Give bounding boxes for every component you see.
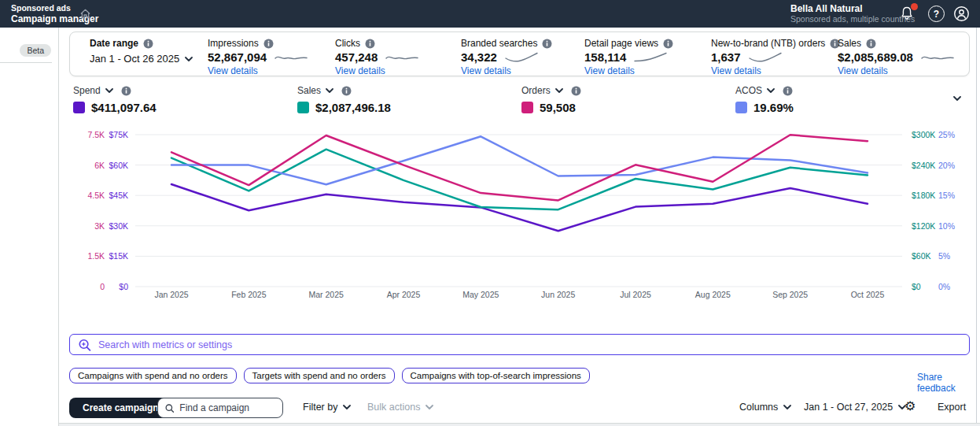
chevron-down-icon <box>185 57 193 61</box>
user-profile-icon[interactable] <box>953 6 970 22</box>
selected-metric-value: $411,097.64 <box>91 101 157 114</box>
axis-tick: $30K <box>89 221 128 231</box>
x-axis-month-label: May 2025 <box>453 290 508 299</box>
metric-dropdown-label: Sales <box>297 85 321 96</box>
x-axis-month-label: Aug 2025 <box>685 290 740 299</box>
sidebar-divider <box>0 62 52 63</box>
chevron-down-icon <box>326 88 333 93</box>
info-icon[interactable] <box>542 39 552 49</box>
find-campaign-searchbox[interactable] <box>157 398 283 418</box>
info-icon[interactable] <box>663 39 673 49</box>
collapse-chart-chevron-icon[interactable] <box>953 96 961 101</box>
selected-metric-value: 19.69% <box>753 101 794 114</box>
bulk-actions-dropdown[interactable]: Bulk actions <box>367 402 433 413</box>
metrics-search-input[interactable] <box>98 339 961 350</box>
metric-dropdown[interactable]: Spend <box>73 85 157 96</box>
sparkline <box>921 51 954 64</box>
chart-metric-selector: Sales $2,087,496.18 <box>297 85 391 114</box>
view-details-link[interactable]: View details <box>711 65 761 76</box>
info-icon[interactable] <box>341 86 352 96</box>
account-name: Bella All Natural <box>790 3 915 14</box>
chevron-down-icon <box>426 405 433 409</box>
info-icon[interactable] <box>365 39 375 49</box>
series-line-spend <box>171 184 868 231</box>
filter-by-dropdown[interactable]: Filter by <box>303 402 351 413</box>
export-button[interactable]: Export <box>938 402 966 413</box>
x-axis-month-label: Apr 2025 <box>376 290 431 299</box>
chart-metric-selector-row: Spend $411,097.64 Sales $2,087,496.18 Or… <box>0 85 980 118</box>
metric-label: New-to-brand (NTB) orders <box>711 38 825 49</box>
series-color-swatch <box>297 102 309 113</box>
series-color-swatch <box>521 102 533 113</box>
x-axis-month-label: Jan 2025 <box>144 290 199 299</box>
search-icon <box>165 403 174 413</box>
account-subtitle: Sponsored ads, multiple countries <box>790 14 915 24</box>
view-details-link[interactable]: View details <box>335 65 385 76</box>
metric-label: Detail page views <box>584 38 658 49</box>
table-date-range-dropdown[interactable]: Jan 1 - Oct 27, 2025 <box>804 402 906 413</box>
info-icon[interactable] <box>263 39 274 49</box>
info-icon[interactable] <box>143 39 153 49</box>
axis-tick: 15% <box>938 191 970 200</box>
view-details-link[interactable]: View details <box>584 65 635 76</box>
chevron-down-icon <box>783 405 791 409</box>
series-line-orders <box>171 135 868 200</box>
chart-metric-selector: ACOS 19.69% <box>735 85 794 114</box>
sparkline <box>505 51 538 64</box>
info-icon[interactable] <box>783 86 793 96</box>
axis-tick: 20% <box>938 161 970 170</box>
chevron-down-icon <box>343 405 351 409</box>
x-axis-month-label: Mar 2025 <box>299 290 354 299</box>
x-axis-month-label: Jul 2025 <box>608 290 663 299</box>
notifications-bell-icon[interactable] <box>899 6 916 22</box>
view-details-link[interactable]: View details <box>838 65 888 76</box>
metric-label: Impressions <box>208 38 259 49</box>
quick-filter-chip[interactable]: Campaigns with spend and no orders <box>69 368 237 383</box>
metrics-search-bar[interactable] <box>69 334 970 355</box>
home-icon[interactable] <box>79 8 91 20</box>
x-axis-month-label: Oct 2025 <box>840 290 895 299</box>
help-icon[interactable]: ? <box>928 6 945 22</box>
axis-tick: 0% <box>938 282 970 291</box>
info-icon[interactable] <box>121 86 131 96</box>
axis-tick: $60K <box>89 161 128 170</box>
share-feedback-link[interactable]: Share feedback <box>917 372 980 394</box>
view-details-link[interactable]: View details <box>208 65 258 76</box>
metric-value: 34,322 <box>461 50 497 64</box>
metric-dropdown[interactable]: Orders <box>521 85 581 96</box>
axis-tick: 10% <box>938 221 970 231</box>
metric-value: 52,867,094 <box>208 50 267 64</box>
axis-tick: $15K <box>89 251 128 261</box>
columns-dropdown[interactable]: Columns <box>739 402 791 413</box>
sparkline <box>274 51 308 64</box>
metric-dropdown-label: Orders <box>521 85 551 96</box>
beta-badge: Beta <box>20 44 51 57</box>
account-info[interactable]: Bella All Natural Sponsored ads, multipl… <box>790 3 915 24</box>
find-campaign-input[interactable] <box>179 402 275 413</box>
quick-filter-chip[interactable]: Targets with spend and no orders <box>244 368 395 383</box>
metric-dropdown[interactable]: Sales <box>297 85 391 96</box>
x-axis-month-label: Jun 2025 <box>531 290 586 299</box>
chevron-down-icon <box>105 88 113 93</box>
metric-label: Clicks <box>335 38 360 49</box>
metric-dropdown[interactable]: ACOS <box>735 85 794 96</box>
info-icon[interactable] <box>866 39 876 49</box>
axis-tick: $0 <box>89 282 128 291</box>
metric-dropdown-label: ACOS <box>735 85 762 96</box>
date-range-selector[interactable]: Jan 1 - Oct 26 2025 <box>90 53 193 65</box>
axis-tick: $75K <box>89 130 128 139</box>
series-color-swatch <box>735 102 747 113</box>
top-header-bar: Sponsored ads Campaign manager Bella All… <box>0 0 980 28</box>
chart-metric-selector: Spend $411,097.64 <box>73 85 157 114</box>
chevron-down-icon <box>767 88 775 93</box>
metric-value: 158,114 <box>584 50 626 64</box>
sparkline <box>634 51 667 64</box>
ai-search-icon <box>78 338 91 351</box>
info-icon[interactable] <box>571 86 581 96</box>
quick-filter-chip[interactable]: Campaigns with top-of-search impressions <box>402 368 590 383</box>
axis-tick: $45K <box>89 191 128 200</box>
metric-value: 457,248 <box>335 50 378 64</box>
selected-metric-value: 59,508 <box>540 101 576 114</box>
view-details-link[interactable]: View details <box>461 65 511 76</box>
settings-gear-icon[interactable]: ⚙ <box>904 398 916 413</box>
